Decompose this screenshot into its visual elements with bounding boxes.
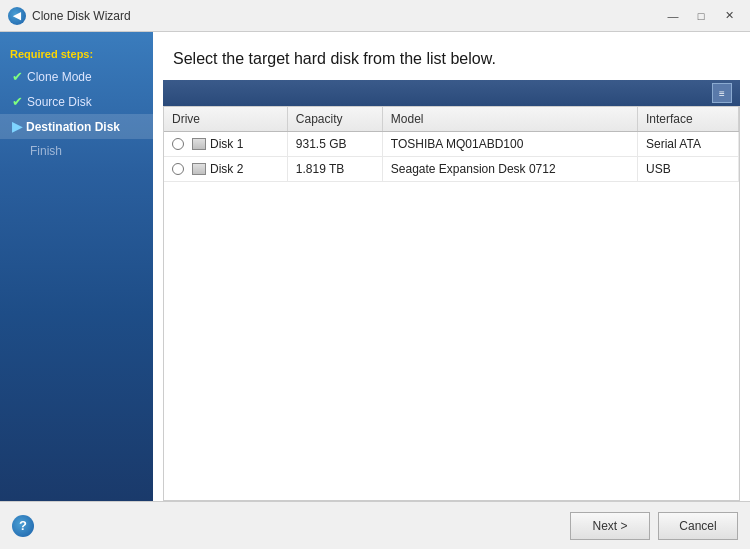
minimize-button[interactable]: — xyxy=(660,6,686,26)
maximize-button[interactable]: □ xyxy=(688,6,714,26)
main-content: Required steps: ✔ Clone Mode ✔ Source Di… xyxy=(0,32,750,501)
sidebar-label-finish: Finish xyxy=(30,144,62,158)
disk-icon-1 xyxy=(192,163,206,175)
cancel-button[interactable]: Cancel xyxy=(658,512,738,540)
cell-interface: USB xyxy=(638,157,739,182)
bottom-bar-right: Next > Cancel xyxy=(570,512,738,540)
sidebar-section-title: Required steps: xyxy=(0,42,153,64)
drive-label-0: Disk 1 xyxy=(210,137,243,151)
cell-drive: Disk 2 xyxy=(164,157,287,182)
table-header-row: Drive Capacity Model Interface xyxy=(164,107,739,132)
cell-interface: Serial ATA xyxy=(638,132,739,157)
disk-table-container: Drive Capacity Model Interface Disk 1931… xyxy=(163,106,740,501)
col-capacity: Capacity xyxy=(287,107,382,132)
title-bar: ◀ Clone Disk Wizard — □ ✕ xyxy=(0,0,750,32)
cell-drive: Disk 1 xyxy=(164,132,287,157)
cell-model: Seagate Expansion Desk 0712 xyxy=(382,157,637,182)
disk-table: Drive Capacity Model Interface Disk 1931… xyxy=(164,107,739,182)
cell-capacity: 1.819 TB xyxy=(287,157,382,182)
close-button[interactable]: ✕ xyxy=(716,6,742,26)
next-button[interactable]: Next > xyxy=(570,512,650,540)
window-controls: — □ ✕ xyxy=(660,6,742,26)
content-area: Select the target hard disk from the lis… xyxy=(153,32,750,501)
sidebar-item-source-disk[interactable]: ✔ Source Disk xyxy=(0,89,153,114)
help-button[interactable]: ? xyxy=(12,515,34,537)
check-icon-source: ✔ xyxy=(12,94,23,109)
disk-radio-1[interactable] xyxy=(172,163,184,175)
sidebar-item-destination-disk[interactable]: ▶ Destination Disk xyxy=(0,114,153,139)
sidebar: Required steps: ✔ Clone Mode ✔ Source Di… xyxy=(0,32,153,501)
drive-label-1: Disk 2 xyxy=(210,162,243,176)
cell-capacity: 931.5 GB xyxy=(287,132,382,157)
bottom-bar: ? Next > Cancel xyxy=(0,501,750,549)
page-title: Select the target hard disk from the lis… xyxy=(173,50,730,68)
cell-model: TOSHIBA MQ01ABD100 xyxy=(382,132,637,157)
content-header: Select the target hard disk from the lis… xyxy=(153,32,750,80)
disk-radio-0[interactable] xyxy=(172,138,184,150)
check-icon-clone: ✔ xyxy=(12,69,23,84)
col-drive: Drive xyxy=(164,107,287,132)
disk-toolbar: ≡ xyxy=(163,80,740,106)
app-icon: ◀ xyxy=(8,7,26,25)
sidebar-label-destination-disk: Destination Disk xyxy=(26,120,120,134)
sidebar-item-finish[interactable]: Finish xyxy=(0,139,153,163)
arrow-icon-destination: ▶ xyxy=(12,119,22,134)
bottom-bar-left: ? xyxy=(12,515,34,537)
window-title: Clone Disk Wizard xyxy=(32,9,660,23)
disk-icon-0 xyxy=(192,138,206,150)
sidebar-item-clone-mode[interactable]: ✔ Clone Mode xyxy=(0,64,153,89)
sidebar-label-source-disk: Source Disk xyxy=(27,95,92,109)
col-interface: Interface xyxy=(638,107,739,132)
table-row[interactable]: Disk 21.819 TBSeagate Expansion Desk 071… xyxy=(164,157,739,182)
toolbar-action-button[interactable]: ≡ xyxy=(712,83,732,103)
sidebar-label-clone-mode: Clone Mode xyxy=(27,70,92,84)
table-row[interactable]: Disk 1931.5 GBTOSHIBA MQ01ABD100Serial A… xyxy=(164,132,739,157)
col-model: Model xyxy=(382,107,637,132)
